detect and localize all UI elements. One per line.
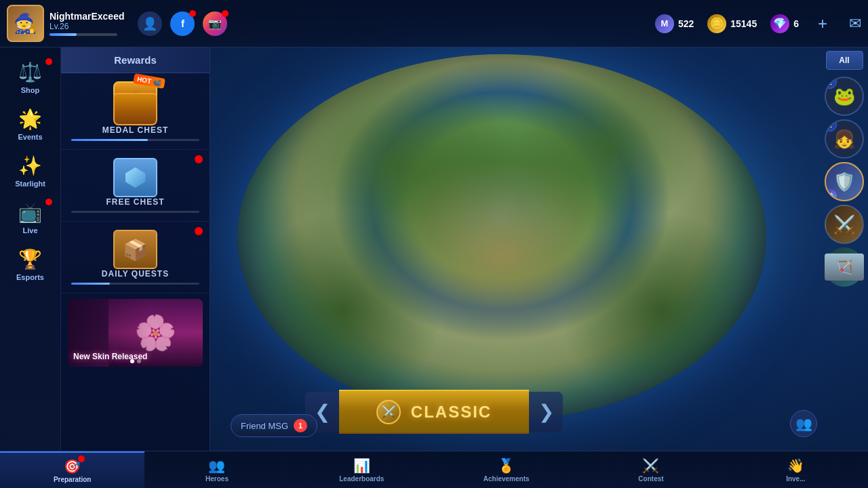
player-4-emoji: ⚔️ (833, 214, 855, 235)
instagram-badge (222, 10, 229, 17)
player-avatar-2[interactable]: 🐸 2 (825, 77, 864, 116)
free-chest-label: FREE CHEST (106, 197, 164, 207)
free-chest-badge (195, 155, 203, 163)
daily-quests-label: DAILY QUESTS (102, 269, 169, 279)
events-icon: 🌟 (18, 108, 42, 130)
banner-dot-1 (130, 359, 134, 363)
avatar-emoji: 🧙 (14, 12, 37, 35)
sidebar-item-starlight[interactable]: ✨ Starlight (0, 148, 60, 195)
mode-arrow-right[interactable]: ❯ (529, 392, 563, 432)
heroes-label: Heroes (205, 475, 229, 483)
player-level: Lv.26 (50, 22, 124, 31)
sidebar-item-events[interactable]: 🌟 Events (0, 101, 60, 148)
facebook-social-icon[interactable]: f (170, 12, 195, 36)
new-skin-banner[interactable]: 🌸 New Skin Released (68, 299, 203, 367)
classic-mode-name: CLASSIC (411, 403, 492, 422)
mail-icon[interactable]: ✉ (849, 15, 861, 33)
tab-achievements[interactable]: 🏅 Achievements (434, 451, 578, 488)
right-arrow-icon: ❯ (538, 401, 554, 423)
daily-quest-icon-container: 📦 (113, 230, 157, 269)
add-currency-button[interactable]: + (818, 14, 827, 33)
player-1-emoji: 👧 (833, 129, 855, 150)
instagram-social-icon[interactable]: 📷 (203, 12, 227, 36)
add-friends-icon: 👥 (790, 410, 817, 437)
gold-currency[interactable]: 🪙 15145 (707, 14, 757, 33)
facebook-badge (189, 10, 196, 17)
gold-value: 15145 (730, 18, 757, 29)
achievements-icon: 🏅 (498, 458, 515, 474)
achievements-label: Achievements (484, 475, 530, 483)
contest-icon: ⚔️ (642, 458, 659, 474)
player-avatar-3[interactable]: 🛡️ 💎 (825, 162, 864, 201)
sidebar-item-live[interactable]: 📺 Live (0, 195, 60, 241)
medal-chest-label: MEDAL CHEST (102, 125, 168, 135)
live-badge (45, 199, 52, 205)
player-avatar[interactable]: 🧙 (7, 5, 44, 42)
left-sidebar: ⚖️ Shop 🌟 Events ✨ Starlight 📺 Live 🏆 Es… (0, 47, 61, 454)
sidebar-esports-label: Esports (16, 273, 44, 281)
daily-quests-item[interactable]: 📦 DAILY QUESTS (61, 222, 210, 293)
all-players-button[interactable]: All (826, 51, 863, 70)
contest-label: Contest (638, 475, 663, 483)
rewards-panel: Rewards HOT 📹 MEDAL CHEST FREE CHEST (61, 47, 210, 454)
esports-icon: 🏆 (18, 248, 42, 270)
tab-heroes[interactable]: 👥 Heroes (144, 451, 289, 488)
add-friends-button[interactable]: 👥 (790, 410, 817, 437)
exp-fill (50, 33, 77, 36)
preparation-label: Preparation (54, 476, 92, 483)
map-terrain (237, 54, 766, 420)
shop-icon: ⚖️ (18, 61, 42, 83)
player-name: NightmarExceed (50, 11, 124, 22)
bottom-bar: 🎯 Preparation 👥 Heroes 📊 Leaderboards 🏅 … (0, 451, 868, 488)
leaderboards-label: Leaderboards (339, 475, 384, 483)
medals-value: 522 (678, 18, 694, 29)
friend-msg-label: Friend MSG (241, 421, 288, 431)
profile-social-icon[interactable]: 👤 (138, 12, 162, 36)
gems-currency[interactable]: 💎 6 (770, 14, 799, 33)
friend-msg-button[interactable]: Friend MSG 1 (231, 414, 317, 437)
right-panel: All 🐸 2 👧 1 🛡️ 💎 ⚔️ 🏹 (821, 47, 868, 407)
currency-area: M 522 🪙 15145 💎 6 + ✉ (655, 14, 861, 33)
gems-value: 6 (793, 18, 799, 29)
player-3-emoji: 🛡️ (833, 171, 855, 192)
daily-quests-badge (195, 227, 203, 235)
exp-bar (50, 33, 117, 36)
medals-currency[interactable]: M 522 (655, 14, 694, 33)
sidebar-item-esports[interactable]: 🏆 Esports (0, 241, 60, 288)
game-mode-area: ❮ ⚔️ CLASSIC ❯ (305, 390, 563, 434)
rewards-header: Rewards (61, 47, 210, 73)
banner-dots (130, 359, 141, 363)
player-avatar-1[interactable]: 👧 1 (825, 119, 864, 159)
player-avatar-4[interactable]: ⚔️ (825, 205, 864, 244)
sidebar-shop-label: Shop (21, 86, 40, 94)
medal-chest-item[interactable]: HOT 📹 MEDAL CHEST (61, 73, 210, 150)
daily-quests-progress (71, 283, 199, 285)
daily-quests-fill (71, 283, 110, 285)
map-visual (237, 54, 766, 420)
mode-button-classic[interactable]: ⚔️ CLASSIC (339, 390, 529, 434)
sidebar-starlight-label: Starlight (15, 180, 45, 188)
shop-badge (45, 58, 52, 65)
sidebar-events-label: Events (18, 133, 42, 141)
friend-msg-count: 1 (294, 419, 307, 432)
invite-label: Inve... (786, 475, 805, 483)
banner-dot-2 (137, 359, 141, 363)
tab-preparation[interactable]: 🎯 Preparation (0, 451, 144, 488)
free-chest-item[interactable]: FREE CHEST (61, 150, 210, 222)
tab-contest[interactable]: ⚔️ Contest (578, 451, 723, 488)
gold-icon: 🪙 (707, 14, 726, 33)
left-arrow-icon: ❮ (315, 401, 330, 423)
social-icons: 👤 f 📷 (138, 12, 227, 36)
medal-chest-fill (71, 139, 148, 141)
tab-invite[interactable]: 👋 Inve... (724, 451, 868, 488)
player-3-rank-icon: 💎 (825, 189, 837, 201)
player-avatar-5[interactable]: 🏹 (825, 247, 864, 287)
leaderboards-icon: 📊 (353, 458, 370, 474)
live-icon: 📺 (18, 201, 42, 224)
sidebar-item-shop[interactable]: ⚖️ Shop (0, 54, 60, 101)
gems-icon: 💎 (770, 14, 789, 33)
classic-mode-icon: ⚔️ (376, 400, 401, 424)
tab-leaderboards[interactable]: 📊 Leaderboards (290, 451, 434, 488)
topbar: 🧙 NightmarExceed Lv.26 👤 f 📷 M 522 🪙 (0, 0, 868, 47)
medal-chest-progress (71, 139, 199, 141)
